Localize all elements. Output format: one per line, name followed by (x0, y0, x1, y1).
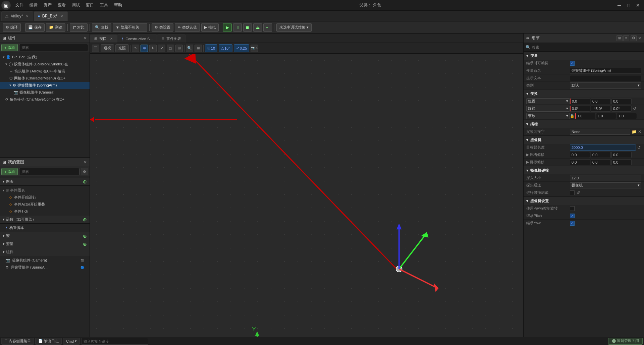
section-graphs[interactable]: ▾ 图表 ⊕ (0, 178, 90, 186)
tree-item-collision[interactable]: ▾ ◯ 胶囊体组件 (CollisionCylinder) 在 (0, 61, 90, 68)
details-cam-collision-header[interactable]: ▾ 摄像机碰撞 (524, 166, 644, 174)
components-search-input[interactable] (19, 44, 88, 51)
angle-snap-button[interactable]: △ 10° (219, 44, 232, 52)
class-settings-button[interactable]: ⚙ 类设置 (152, 23, 173, 32)
camera-speed-button[interactable]: 📷 4 (251, 45, 258, 52)
bp-event-beginplay[interactable]: ◇ 事件开始运行 (0, 194, 90, 201)
pos-y-input[interactable] (591, 98, 611, 104)
scale-snap-button[interactable]: ⤢ 0.25 (234, 44, 249, 52)
section-func-add[interactable]: ⊕ (83, 217, 87, 222)
source-mgmt-button[interactable]: ⬤ 源码管理关闭 (608, 338, 643, 345)
category-dropdown[interactable]: 默认 ▾ (570, 82, 641, 89)
tgt-off-z[interactable] (611, 159, 632, 165)
bp-settings-button[interactable]: ⚙ (81, 168, 88, 175)
menu-file[interactable]: 文件 (13, 1, 26, 9)
max-mode-button[interactable]: □ (167, 45, 174, 52)
pos-z-input[interactable] (611, 98, 632, 104)
tab-valley[interactable]: ⚠ Valley* ✕ (1, 11, 33, 21)
simulate-button[interactable]: ▶ 模拟 (201, 23, 219, 32)
section-variables[interactable]: ▾ 变量 ⊕ (0, 240, 90, 248)
pos-x-input[interactable] (570, 98, 590, 104)
select-mode-button[interactable]: ↖ (132, 45, 139, 52)
rotation-reset-button[interactable]: ↺ (632, 106, 637, 111)
screen-mode-button[interactable]: ⊞ (175, 45, 183, 52)
section-graphs-add[interactable]: ⊕ (83, 179, 87, 184)
details-search-input[interactable] (532, 45, 642, 49)
tab-bpbot-close[interactable]: ✕ (59, 14, 64, 18)
maximize-button[interactable]: □ (625, 2, 632, 9)
tab-bpbot[interactable]: ● BP_Bot* ✕ (34, 11, 68, 21)
tab-valley-close[interactable]: ✕ (25, 14, 30, 18)
browse-button[interactable]: 📁 浏览 (46, 23, 65, 32)
scale-y-input[interactable] (596, 113, 616, 119)
details-table-view-button[interactable]: ⊞ (616, 35, 623, 41)
compile-button[interactable]: ⚙ 编译 (3, 23, 21, 32)
inherit-edit-checkbox[interactable]: ✓ (570, 61, 575, 66)
viewport-menu-button[interactable]: ☰ (92, 45, 99, 52)
socket-dropdown[interactable]: None (570, 129, 630, 135)
section-var-add[interactable]: ⊕ (83, 241, 87, 247)
section-macros[interactable]: ▾ 宏 ⊕ (0, 232, 90, 240)
eject-button[interactable]: ⏏ (253, 23, 262, 32)
tree-item-charmove[interactable]: ⟳ 角色移动 (CharMoveComp) 在C+ (0, 96, 90, 103)
play-step-button[interactable]: ⏸ (233, 23, 242, 32)
rotation-dropdown[interactable]: 旋转 ▾ (526, 106, 570, 112)
tab-viewport[interactable]: ⊞ 视口 ✕ (90, 35, 117, 43)
socket-browse-icon[interactable]: 📁 (632, 129, 637, 134)
section-components[interactable]: ▾ 组件 (0, 248, 90, 256)
bp-search-input[interactable] (19, 168, 79, 175)
content-sidebar-button[interactable]: ☰ 内容侧滑菜单 (1, 338, 34, 345)
rot-x-input[interactable] (570, 106, 590, 112)
tree-item-arrow[interactable]: → 箭头组件 (Arrow) 在C++中编辑 (0, 68, 90, 75)
scale-x-input[interactable] (575, 113, 595, 119)
tree-item-springarm[interactable]: ▾ ⚙ 弹簧臂组件 (SpringArm) (0, 82, 90, 89)
arm-length-input[interactable] (570, 145, 636, 151)
bp-vp-button[interactable]: ⊞ (195, 45, 202, 52)
tgt-off-x[interactable] (570, 159, 590, 165)
arm-length-reset-button[interactable]: ↺ (637, 145, 641, 150)
event-graph-header[interactable]: ▾ ⊞ 事件图表 (0, 186, 90, 194)
details-variables-header[interactable]: ▾ 变量 (524, 52, 644, 60)
menu-view[interactable]: 查看 (55, 1, 68, 9)
menu-edit[interactable]: 编辑 (27, 1, 40, 9)
translate-mode-button[interactable]: ⊕ (141, 45, 148, 52)
position-dropdown[interactable]: 位置 ▾ (526, 98, 570, 104)
more-play-button[interactable]: ⋯ (263, 23, 272, 32)
bp-close-icon[interactable]: ✕ (84, 160, 87, 165)
console-command-input[interactable] (81, 338, 148, 345)
details-transform-header[interactable]: ▾ 变换 (524, 90, 644, 98)
varname-input[interactable] (570, 68, 641, 74)
lighting-button[interactable]: 光照 (115, 44, 129, 52)
diff-button[interactable]: ⇄ 对比 (70, 23, 88, 32)
components-close-icon[interactable]: ✕ (84, 36, 87, 41)
socket-clear-icon[interactable]: ✕ (638, 129, 641, 134)
viewport-canvas[interactable]: X Y (90, 54, 523, 337)
probe-size-input[interactable] (570, 175, 641, 181)
menu-debug[interactable]: 调试 (69, 1, 83, 9)
details-cam-settings-header[interactable]: ▾ 摄像机设置 (524, 197, 644, 205)
menu-window[interactable]: 窗口 (83, 1, 97, 9)
inherit-pitch-checkbox[interactable]: ✓ (570, 214, 575, 218)
grid-snap-button[interactable]: ⊞ 10 (205, 44, 217, 52)
scale-z-input[interactable] (617, 113, 637, 119)
cmd-label-button[interactable]: Cmd ▾ (63, 338, 80, 345)
close-button[interactable]: ✕ (635, 2, 641, 9)
rot-z-input[interactable] (611, 106, 632, 112)
class-defaults-button[interactable]: ✏ 类默认值 (175, 23, 200, 32)
find-button[interactable]: 🔍 查找 (92, 23, 111, 32)
tree-item-bpbot[interactable]: ▾ 👤 BP_Bot（自我） (0, 54, 90, 61)
menu-tools[interactable]: 工具 (97, 1, 111, 9)
do-collision-checkbox[interactable] (570, 190, 575, 195)
bp-event-overlap[interactable]: ◇ 事件Actor开始重叠 (0, 201, 90, 208)
sock-off-x[interactable] (570, 152, 590, 158)
bp-springarm-comp[interactable]: ⚙ 弹簧臂组件 (SpringA... 🔵 (0, 264, 90, 271)
play-button[interactable]: ▶ (223, 23, 232, 32)
sock-off-z[interactable] (611, 152, 632, 158)
perspective-button[interactable]: 透视 (101, 44, 114, 52)
tgt-off-y[interactable] (591, 159, 611, 165)
save-button[interactable]: 💾 保存 (25, 23, 45, 32)
tree-item-camera[interactable]: 📷 摄像机组件 (Camera) (0, 89, 90, 96)
details-close-button[interactable]: ✕ (638, 36, 641, 41)
rotate-mode-button[interactable]: ↻ (149, 45, 157, 52)
hide-unrelated-button[interactable]: 👁 隐藏不相关 ⋯ (113, 23, 147, 32)
